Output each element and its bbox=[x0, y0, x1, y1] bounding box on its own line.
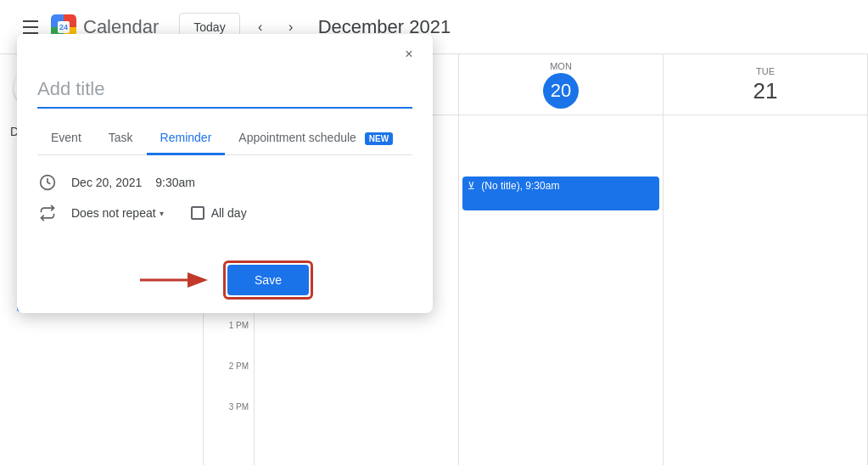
repeat-label: Does not repeat bbox=[71, 206, 156, 220]
event-title-input[interactable] bbox=[37, 75, 412, 109]
dialog-footer: Save bbox=[17, 254, 433, 313]
tab-reminder[interactable]: Reminder bbox=[147, 122, 226, 155]
date-time-row: Dec 20, 2021 9:30am bbox=[37, 172, 412, 193]
save-button[interactable]: Save bbox=[227, 265, 309, 295]
clock-icon bbox=[37, 172, 58, 193]
tab-task[interactable]: Task bbox=[95, 122, 147, 155]
repeat-row: Does not repeat ▾ All day bbox=[37, 203, 412, 223]
event-dialog: × Event Task Reminder Appointment schedu… bbox=[17, 34, 433, 313]
arrow-hint bbox=[137, 265, 213, 295]
tab-event[interactable]: Event bbox=[37, 122, 95, 155]
save-button-wrapper: Save bbox=[223, 261, 313, 300]
tab-appointment[interactable]: Appointment schedule NEW bbox=[225, 122, 406, 155]
allday-checkbox[interactable] bbox=[191, 206, 204, 220]
allday-row: All day bbox=[191, 206, 247, 220]
dialog-overlay: × Event Task Reminder Appointment schedu… bbox=[0, 0, 868, 465]
repeat-icon bbox=[37, 203, 58, 223]
time-value[interactable]: 9:30am bbox=[155, 176, 195, 189]
repeat-dropdown[interactable]: Does not repeat ▾ bbox=[71, 206, 164, 220]
dialog-close-button[interactable]: × bbox=[395, 41, 423, 68]
dialog-header: × bbox=[17, 34, 433, 68]
date-value[interactable]: Dec 20, 2021 bbox=[71, 176, 142, 189]
dialog-tabs: Event Task Reminder Appointment schedule… bbox=[37, 122, 412, 155]
dropdown-caret-icon: ▾ bbox=[160, 209, 164, 218]
dialog-body: Event Task Reminder Appointment schedule… bbox=[17, 68, 433, 254]
new-badge: NEW bbox=[365, 132, 393, 145]
allday-label: All day bbox=[211, 206, 247, 220]
